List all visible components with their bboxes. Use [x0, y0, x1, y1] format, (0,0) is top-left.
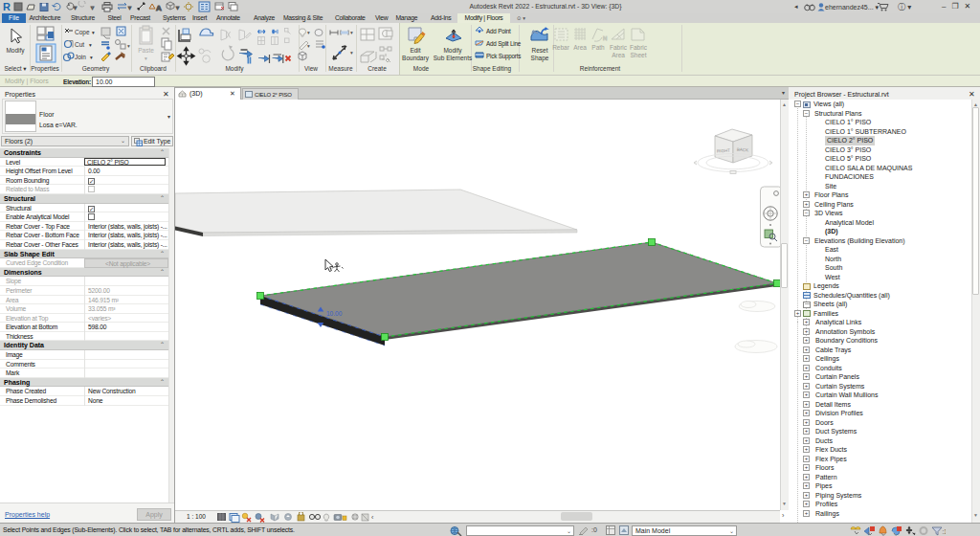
svg-text:Sheet: Sheet: [631, 52, 647, 58]
svg-text:10.00: 10.00: [326, 310, 343, 317]
svg-text:▾: ▾: [91, 5, 94, 11]
svg-text:Shape Editing: Shape Editing: [473, 65, 512, 73]
svg-text:BACK: BACK: [737, 147, 749, 153]
svg-text:▾: ▾: [176, 5, 179, 11]
svg-text:Rebar: Rebar: [552, 44, 570, 51]
svg-text:Mode: Mode: [413, 65, 430, 72]
svg-text:Reset: Reset: [532, 47, 548, 54]
svg-text:▾: ▾: [307, 30, 310, 35]
svg-text:Paste: Paste: [138, 47, 154, 54]
svg-text:Measure: Measure: [328, 65, 353, 72]
svg-text:Cope: Cope: [75, 29, 90, 36]
svg-text:A: A: [156, 4, 162, 12]
svg-text:Fabric: Fabric: [630, 44, 648, 51]
svg-text:Modify: Modify: [225, 65, 244, 73]
svg-text:▾: ▾: [127, 43, 130, 49]
svg-text:▾: ▾: [128, 5, 131, 11]
svg-text:View: View: [304, 65, 318, 72]
svg-text:Select ▾: Select ▾: [4, 65, 27, 72]
svg-text:Area: Area: [612, 52, 625, 58]
svg-text:‹: ‹: [371, 514, 374, 521]
svg-text:▾: ▾: [92, 30, 95, 35]
svg-text:Modify: Modify: [443, 47, 462, 55]
svg-text:RIGHT: RIGHT: [717, 148, 731, 154]
svg-text:Path: Path: [591, 44, 605, 51]
svg-text:▾: ▾: [74, 5, 77, 11]
svg-text:Area: Area: [573, 44, 587, 51]
svg-text:▾: ▾: [307, 43, 310, 49]
svg-text:Join: Join: [75, 54, 86, 60]
svg-text:Add Point: Add Point: [486, 28, 511, 34]
svg-text:Pick Supports: Pick Supports: [486, 53, 521, 60]
svg-text:Geometry: Geometry: [82, 65, 110, 73]
svg-text:Modify: Modify: [6, 47, 25, 55]
svg-text:▾: ▾: [90, 55, 93, 60]
svg-text:▾: ▾: [89, 42, 92, 48]
svg-text:Clipboard: Clipboard: [140, 65, 167, 73]
svg-text:Boundary: Boundary: [402, 55, 430, 62]
svg-text:N: N: [603, 35, 607, 41]
svg-text:Create: Create: [368, 65, 387, 72]
svg-text:Fabric: Fabric: [610, 44, 628, 51]
svg-text:▾: ▾: [350, 50, 353, 56]
svg-text:▾: ▾: [350, 30, 353, 35]
svg-text:Properties: Properties: [31, 65, 59, 73]
svg-text:Shape: Shape: [531, 55, 549, 62]
svg-text:Edit: Edit: [410, 47, 420, 54]
svg-text:Add Split Line: Add Split Line: [486, 40, 522, 48]
svg-text:Reinforcement: Reinforcement: [580, 65, 620, 72]
svg-text:Sub Elements: Sub Elements: [434, 55, 473, 61]
svg-text:▾: ▾: [145, 56, 147, 61]
svg-text:Cut: Cut: [75, 41, 84, 48]
svg-text::1: :1: [943, 528, 947, 535]
